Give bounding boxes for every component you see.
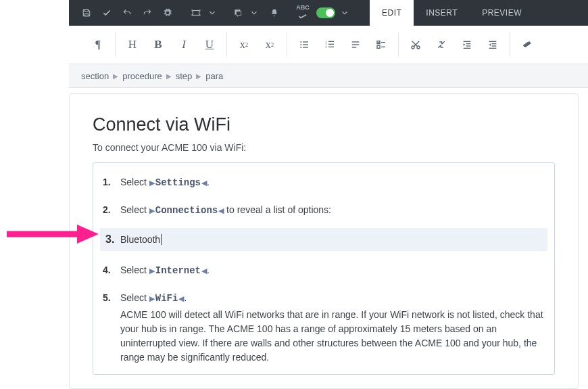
svg-rect-15 <box>352 44 360 45</box>
bell-icon[interactable] <box>265 0 284 26</box>
spellcheck-icon[interactable]: ABC <box>293 0 312 26</box>
step-row[interactable]: 1. Select ▶Settings◀. <box>103 171 545 199</box>
svg-rect-30 <box>489 48 497 49</box>
tab-edit[interactable]: EDIT <box>370 0 414 26</box>
tag-close-icon: ◀ <box>201 179 207 187</box>
step-text: to reveal a list of options: <box>224 204 331 215</box>
procedure-steps: 1. Select ▶Settings◀. 2. Select ▶Connect… <box>93 162 555 375</box>
crumb-item[interactable]: procedure <box>122 71 162 81</box>
step-text: Select <box>120 177 149 187</box>
svg-text:3: 3 <box>325 45 327 49</box>
heading-button[interactable]: H <box>120 32 145 57</box>
redo-icon[interactable] <box>138 0 157 26</box>
subscript-button[interactable]: x2 <box>257 32 283 57</box>
step-text: Select <box>120 204 149 215</box>
checklist-icon[interactable] <box>368 32 394 57</box>
superscript-button[interactable]: x2 <box>231 32 257 57</box>
step-text: . <box>184 292 187 303</box>
svg-rect-7 <box>303 47 308 47</box>
numbered-list-icon[interactable]: 123 <box>317 32 343 57</box>
step-row-active[interactable]: 3. Bluetooth <box>100 228 547 251</box>
collapse-icon[interactable] <box>428 32 454 57</box>
ui-tag[interactable]: Settings <box>155 177 201 188</box>
chevron-right-icon: ▶ <box>166 72 172 80</box>
toolbar-actions: ABC <box>69 0 354 26</box>
step-number: 3. <box>103 233 120 246</box>
bullet-list-icon[interactable] <box>291 32 317 57</box>
bold-button[interactable]: B <box>145 32 171 57</box>
tab-preview[interactable]: PREVIEW <box>470 0 534 26</box>
page-title[interactable]: Connect via WiFi <box>93 114 555 135</box>
chevron-down-icon[interactable] <box>335 0 354 26</box>
tag-close-icon: ◀ <box>201 267 207 275</box>
svg-rect-28 <box>492 43 497 44</box>
undo-icon[interactable] <box>118 0 137 26</box>
intro-text[interactable]: To connect your ACME 100 via WiFi: <box>93 142 555 153</box>
svg-rect-29 <box>492 45 497 46</box>
svg-rect-18 <box>381 42 385 43</box>
ui-tag[interactable]: Internet <box>155 265 201 276</box>
svg-rect-16 <box>352 47 357 47</box>
underline-button[interactable]: U <box>197 32 222 57</box>
gear-icon[interactable] <box>158 0 177 26</box>
step-subtext[interactable]: ACME 100 will detect all WiFi networks t… <box>120 308 545 365</box>
svg-rect-24 <box>466 43 471 44</box>
svg-rect-27 <box>489 41 497 42</box>
step-number: 4. <box>103 265 120 275</box>
ui-tag[interactable]: WiFi <box>155 293 178 304</box>
svg-point-4 <box>300 44 301 45</box>
crumb-item[interactable]: para <box>205 71 223 81</box>
crumb-item[interactable]: section <box>81 71 109 81</box>
svg-rect-1 <box>193 11 199 16</box>
step-row[interactable]: 4. Select ▶Internet◀. <box>103 259 545 287</box>
step-number: 2. <box>103 204 120 215</box>
crumb-item[interactable]: step <box>176 71 193 81</box>
step-row[interactable]: 2. Select ▶Connections◀ to reveal a list… <box>103 199 545 227</box>
align-icon[interactable] <box>343 32 368 57</box>
outdent-icon[interactable] <box>480 32 506 57</box>
breadcrumb: section ▶ procedure ▶ step ▶ para <box>69 64 588 88</box>
tag-open-icon: ▶ <box>149 267 155 275</box>
cut-icon[interactable] <box>403 32 428 57</box>
primary-toolbar: ABC EDIT INSERT PREVIEW <box>69 0 588 26</box>
step-input[interactable]: Bluetooth <box>120 234 162 245</box>
step-text: . <box>207 177 210 187</box>
svg-point-2 <box>300 41 301 43</box>
ui-tag[interactable]: Connections <box>155 205 218 216</box>
svg-rect-26 <box>464 48 471 49</box>
svg-rect-19 <box>377 45 380 48</box>
step-text: Select <box>120 292 149 303</box>
svg-rect-9 <box>328 41 334 42</box>
save-icon[interactable] <box>77 0 96 26</box>
step-number: 5. <box>103 292 120 303</box>
svg-rect-13 <box>328 47 334 47</box>
step-row[interactable]: 5. Select ▶WiFi◀. ACME 100 will detect a… <box>103 287 545 367</box>
toggle-switch[interactable] <box>316 7 335 18</box>
svg-rect-14 <box>352 41 360 42</box>
step-text: Select <box>120 265 149 275</box>
svg-rect-11 <box>328 44 334 45</box>
chevron-down-icon[interactable] <box>245 0 264 26</box>
indent-icon[interactable] <box>454 32 480 57</box>
eraser-icon[interactable] <box>514 32 540 57</box>
tag-open-icon: ▶ <box>149 179 155 187</box>
check-icon[interactable] <box>97 0 116 26</box>
pilcrow-icon[interactable]: ¶ <box>85 32 111 57</box>
svg-rect-20 <box>381 47 385 47</box>
editor-content[interactable]: Connect via WiFi To connect your ACME 10… <box>69 93 579 389</box>
tag-open-icon: ▶ <box>149 294 155 302</box>
step-number: 1. <box>103 177 120 187</box>
svg-rect-3 <box>303 41 308 42</box>
italic-button[interactable]: I <box>171 32 197 57</box>
format-toolbar: ¶ H B I U x2 x2 123 <box>69 26 588 64</box>
tab-insert[interactable]: INSERT <box>414 0 470 26</box>
mode-tabs: EDIT INSERT PREVIEW <box>370 0 534 26</box>
step-text: . <box>207 265 210 275</box>
svg-rect-25 <box>466 45 471 46</box>
chevron-right-icon: ▶ <box>196 72 201 80</box>
chevron-right-icon: ▶ <box>113 72 118 80</box>
svg-rect-0 <box>85 14 89 16</box>
svg-rect-5 <box>303 44 308 45</box>
svg-point-6 <box>300 47 301 48</box>
chevron-down-icon[interactable] <box>203 0 222 26</box>
